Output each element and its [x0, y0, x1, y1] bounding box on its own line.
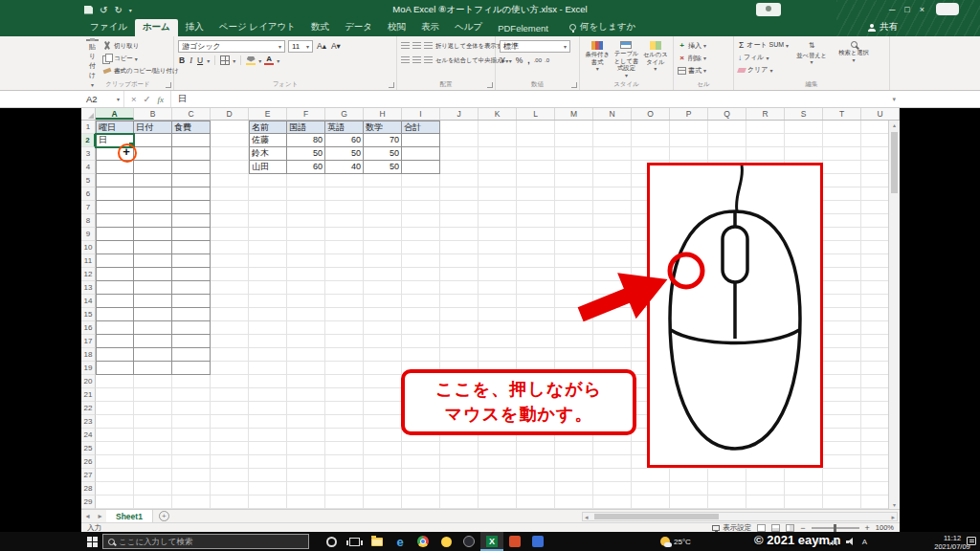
- tab-ヘルプ[interactable]: ヘルプ: [447, 19, 490, 36]
- cell-J29[interactable]: [440, 496, 479, 509]
- cell-P3[interactable]: [670, 147, 708, 161]
- cell-F28[interactable]: [287, 482, 325, 496]
- pdfelement-taskbar-button[interactable]: [503, 532, 526, 551]
- cell-E4[interactable]: 山田: [249, 161, 287, 174]
- delete-cells-button[interactable]: ×削除▾: [678, 52, 729, 64]
- edge-taskbar-button[interactable]: [389, 532, 412, 551]
- cell-K17[interactable]: [479, 335, 517, 348]
- cell-D19[interactable]: [211, 362, 249, 375]
- alignment-dialog-launcher-icon[interactable]: [487, 82, 493, 88]
- cell-C10[interactable]: [172, 241, 211, 254]
- cell-T26[interactable]: [823, 455, 861, 469]
- cell-I4[interactable]: [402, 161, 440, 174]
- cell-G7[interactable]: [325, 201, 364, 214]
- cell-H7[interactable]: [364, 201, 402, 214]
- cell-E5[interactable]: [249, 174, 287, 187]
- cell-C3[interactable]: [172, 147, 211, 161]
- cell-B6[interactable]: [134, 187, 172, 201]
- cell-H2[interactable]: 70: [364, 134, 402, 147]
- cell-G19[interactable]: [325, 362, 364, 375]
- weather-widget[interactable]: 25°C: [660, 532, 691, 551]
- column-header-O[interactable]: O: [632, 108, 670, 120]
- cell-D28[interactable]: [211, 482, 249, 496]
- cell-J16[interactable]: [440, 321, 479, 335]
- cell-L6[interactable]: [517, 187, 555, 201]
- cell-J18[interactable]: [440, 348, 479, 362]
- cell-G17[interactable]: [325, 335, 364, 348]
- row-header-22[interactable]: 22: [81, 402, 96, 415]
- font-name-select[interactable]: 游ゴシック▾: [178, 40, 285, 53]
- cell-J2[interactable]: [440, 134, 479, 147]
- cell-Q3[interactable]: [708, 147, 746, 161]
- currency-format-button[interactable]: ¥: [500, 55, 506, 65]
- cell-Q2[interactable]: [708, 134, 746, 147]
- column-header-H[interactable]: H: [364, 108, 402, 120]
- cell-D21[interactable]: [211, 388, 249, 402]
- cell-K6[interactable]: [479, 187, 517, 201]
- cell-K12[interactable]: [479, 268, 517, 281]
- row-header-20[interactable]: 20: [81, 375, 96, 388]
- cell-D29[interactable]: [211, 496, 249, 509]
- cell-F23[interactable]: [287, 415, 325, 429]
- cell-N4[interactable]: [593, 161, 632, 174]
- font-color-button[interactable]: A: [264, 55, 274, 65]
- cell-C25[interactable]: [172, 442, 211, 455]
- action-center-icon[interactable]: [967, 537, 976, 545]
- cell-E7[interactable]: [249, 201, 287, 214]
- row-header-21[interactable]: 21: [81, 388, 96, 402]
- cell-D8[interactable]: [211, 214, 249, 228]
- cell-E3[interactable]: 鈴木: [249, 147, 287, 161]
- cell-N5[interactable]: [593, 174, 632, 187]
- cell-T13[interactable]: [823, 281, 861, 295]
- cell-C23[interactable]: [172, 415, 211, 429]
- cell-L14[interactable]: [517, 295, 555, 308]
- cell-G20[interactable]: [325, 375, 364, 388]
- cell-B15[interactable]: [134, 308, 172, 321]
- cell-B4[interactable]: [134, 161, 172, 174]
- cell-I13[interactable]: [402, 281, 440, 295]
- cell-B13[interactable]: [134, 281, 172, 295]
- cell-T22[interactable]: [823, 402, 861, 415]
- number-format-select[interactable]: 標準▾: [500, 40, 570, 53]
- cell-D23[interactable]: [211, 415, 249, 429]
- cell-R27[interactable]: [746, 469, 785, 482]
- scroll-right-icon[interactable]: ▸: [891, 513, 895, 521]
- name-box[interactable]: A2 ▾: [82, 91, 124, 107]
- cell-styles-button[interactable]: セルのスタイル▾: [642, 39, 669, 79]
- cell-R3[interactable]: [746, 147, 785, 161]
- cell-D24[interactable]: [211, 429, 249, 442]
- cell-E8[interactable]: [249, 214, 287, 228]
- cell-C19[interactable]: [172, 362, 211, 375]
- cell-G3[interactable]: 50: [325, 147, 364, 161]
- cell-A8[interactable]: [96, 214, 134, 228]
- cell-N6[interactable]: [593, 187, 632, 201]
- cell-K14[interactable]: [479, 295, 517, 308]
- cell-A12[interactable]: [96, 268, 134, 281]
- tab-挿入[interactable]: 挿入: [178, 19, 212, 36]
- format-painter-button[interactable]: 書式のコピー/貼り付け: [102, 65, 179, 77]
- formula-input[interactable]: 日: [171, 93, 188, 105]
- scroll-left-icon[interactable]: ◂: [585, 513, 589, 521]
- cell-G15[interactable]: [325, 308, 364, 321]
- cell-N8[interactable]: [593, 214, 632, 228]
- cell-C20[interactable]: [172, 375, 211, 388]
- cell-C4[interactable]: [172, 161, 211, 174]
- column-header-K[interactable]: K: [479, 108, 517, 120]
- cell-D22[interactable]: [211, 402, 249, 415]
- cell-I17[interactable]: [402, 335, 440, 348]
- cell-H16[interactable]: [364, 321, 402, 335]
- cell-T10[interactable]: [823, 241, 861, 254]
- row-header-17[interactable]: 17: [81, 335, 96, 348]
- cell-I1[interactable]: 合計: [402, 121, 440, 134]
- minimize-button[interactable]: ─: [889, 5, 895, 14]
- cell-H12[interactable]: [364, 268, 402, 281]
- row-header-18[interactable]: 18: [81, 348, 96, 362]
- cell-M9[interactable]: [555, 228, 593, 241]
- cell-O2[interactable]: [632, 134, 670, 147]
- cell-B19[interactable]: [134, 362, 172, 375]
- align-bottom-icon[interactable]: [424, 42, 433, 50]
- cell-H9[interactable]: [364, 228, 402, 241]
- cell-A28[interactable]: [96, 482, 134, 496]
- comma-format-button[interactable]: ,: [526, 55, 530, 65]
- row-header-11[interactable]: 11: [81, 254, 96, 268]
